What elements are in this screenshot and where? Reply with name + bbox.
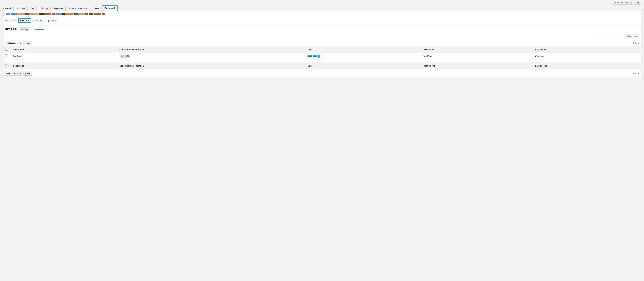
subtab-rest-api[interactable]: REST API bbox=[18, 18, 31, 23]
arrow-indicator: ←——— bbox=[32, 28, 44, 31]
select-all-checkbox[interactable] bbox=[5, 48, 8, 51]
bulk-actions-bottom-select[interactable]: Bulk Actions bbox=[5, 71, 22, 75]
tab-shipping[interactable]: Shipping bbox=[37, 6, 51, 11]
user-icon bbox=[318, 55, 320, 57]
apply-top-button[interactable]: Apply bbox=[23, 41, 32, 45]
td-description: TestKey bbox=[10, 53, 117, 59]
td-permissions: Read/Write bbox=[420, 53, 532, 59]
select-all-footer-checkbox[interactable] bbox=[5, 64, 8, 67]
item-count-bottom: 1 item bbox=[633, 72, 639, 75]
apply-bottom-button[interactable]: Apply bbox=[23, 71, 32, 75]
spacer-cell bbox=[3, 59, 641, 63]
bulk-actions-bottom-wrapper: Bulk Actions bbox=[5, 71, 22, 75]
bulk-actions-bottom-left: Bulk Actions Apply bbox=[5, 71, 32, 75]
bulk-actions-bottom-row: Bulk Actions Apply 1 item bbox=[3, 70, 641, 77]
tab-products[interactable]: Products bbox=[14, 6, 28, 11]
main-tabs: General Products Tax Shipping Payments A… bbox=[0, 5, 644, 11]
rest-api-header: REST API Add key ←——— bbox=[3, 25, 641, 31]
screen-options-button[interactable]: Screen Options bbox=[613, 1, 632, 5]
user-bar-2 bbox=[313, 55, 316, 57]
tf-checkbox bbox=[3, 63, 10, 69]
subtab-webhooks[interactable]: Webhooks bbox=[34, 19, 44, 22]
td-consumer-key: …a798f93 bbox=[117, 53, 305, 59]
add-key-button[interactable]: Add key bbox=[19, 27, 30, 31]
key-name-link[interactable]: TestKey bbox=[13, 55, 21, 57]
th-consumer-key: Consumer key ending in bbox=[117, 46, 305, 53]
subtab-sep-1: | bbox=[17, 19, 17, 22]
tf-consumer-key: Consumer key ending in bbox=[117, 63, 305, 69]
help-button[interactable]: Help bbox=[633, 1, 642, 5]
th-permissions: Permissions bbox=[420, 46, 532, 53]
tf-user: User bbox=[305, 63, 420, 69]
notice-bar bbox=[3, 11, 641, 16]
user-cell bbox=[308, 55, 418, 57]
tf-last-access: Last access bbox=[532, 63, 641, 69]
subtab-sep-3: | bbox=[44, 19, 45, 22]
td-last-access: Unknown bbox=[532, 53, 641, 59]
search-input[interactable] bbox=[592, 34, 624, 38]
bulk-actions-top-select[interactable]: Bulk Actions bbox=[5, 41, 22, 45]
table-row: TestKey …a798f93 Read/Write bbox=[3, 53, 641, 59]
search-key-button[interactable]: Search key bbox=[625, 34, 639, 38]
tf-description: Description bbox=[10, 63, 117, 69]
sub-tabs: Page setup | REST API | Webhooks | Legac… bbox=[3, 16, 641, 25]
th-checkbox bbox=[3, 46, 10, 53]
th-last-access: Last access bbox=[532, 46, 641, 53]
blurred-banner bbox=[6, 13, 105, 15]
search-bar-row: Search key bbox=[3, 31, 641, 40]
key-ending: …a798f93 bbox=[120, 55, 130, 57]
subtab-sep-2: | bbox=[32, 19, 33, 22]
user-bar-1 bbox=[308, 55, 312, 57]
tab-advanced[interactable]: Advanced bbox=[102, 5, 118, 11]
tab-emails[interactable]: Emails bbox=[90, 6, 102, 11]
table-row-spacer bbox=[3, 59, 641, 63]
th-user: User bbox=[305, 46, 420, 53]
tab-accounts-privacy[interactable]: Accounts & Privacy bbox=[66, 6, 90, 11]
bulk-actions-top-left: Bulk Actions Apply bbox=[5, 41, 32, 45]
tab-tax[interactable]: Tax bbox=[28, 6, 37, 11]
item-count-top: 1 item bbox=[633, 42, 639, 44]
subtab-legacy-api[interactable]: Legacy API bbox=[46, 19, 56, 22]
row-checkbox[interactable] bbox=[5, 54, 8, 57]
td-user bbox=[305, 53, 420, 59]
table-header-row: Description Consumer key ending in User … bbox=[3, 46, 641, 53]
api-keys-table: Description Consumer key ending in User … bbox=[3, 46, 641, 69]
rest-api-title: REST API bbox=[5, 28, 17, 31]
table-footer-row: Description Consumer key ending in User … bbox=[3, 63, 641, 69]
td-checkbox bbox=[3, 53, 10, 59]
subtab-page-setup[interactable]: Page setup bbox=[5, 19, 16, 22]
bulk-actions-top-row: Bulk Actions Apply 1 item bbox=[3, 40, 641, 46]
th-description: Description bbox=[10, 46, 117, 53]
bulk-actions-top-wrapper: Bulk Actions bbox=[5, 41, 22, 45]
tab-payments[interactable]: Payments bbox=[51, 6, 66, 11]
tab-general[interactable]: General bbox=[1, 6, 14, 11]
tf-permissions: Permissions bbox=[420, 63, 532, 69]
